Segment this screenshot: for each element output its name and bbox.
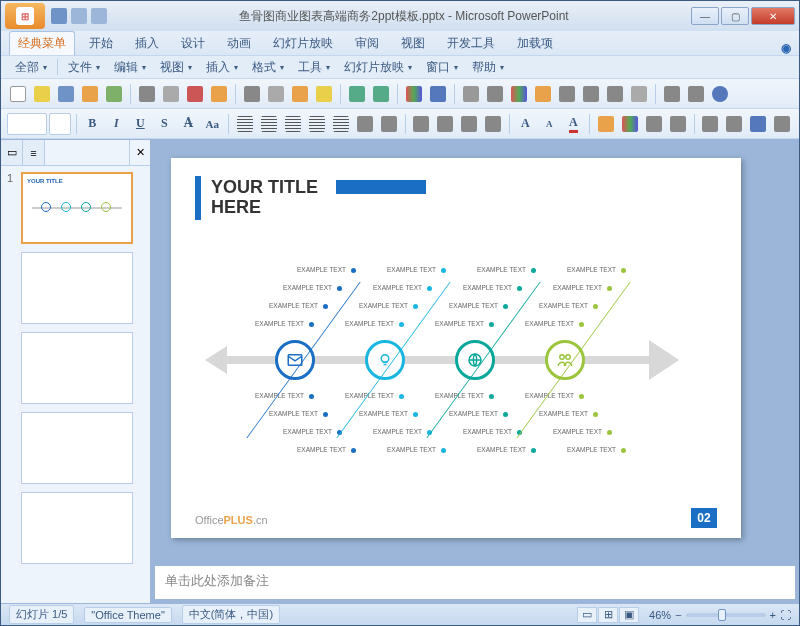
tv-button[interactable] [604, 83, 626, 105]
close-button[interactable]: ✕ [751, 7, 795, 25]
align-left-button[interactable] [234, 113, 256, 135]
tab-classic[interactable]: 经典菜单 [9, 31, 75, 55]
slideshow-view-button[interactable]: ▣ [619, 607, 639, 623]
help-button[interactable] [709, 83, 731, 105]
tab-review[interactable]: 审阅 [347, 32, 387, 55]
slide-stage[interactable]: YOUR TITLE HERE EXAMPLE TEXTEXAMPLE TEXT… [151, 140, 799, 565]
table-button[interactable] [460, 83, 482, 105]
outline-tab[interactable]: ≡ [23, 140, 45, 165]
shape-button[interactable] [595, 113, 617, 135]
slides-tab[interactable]: ▭ [1, 140, 23, 165]
align-justify-button[interactable] [306, 113, 328, 135]
redo-button[interactable] [370, 83, 392, 105]
panel-close[interactable]: ✕ [130, 140, 150, 165]
borders-button[interactable] [484, 83, 506, 105]
replace-button[interactable] [723, 113, 745, 135]
bullets-button[interactable] [434, 113, 456, 135]
distributed-button[interactable] [330, 113, 352, 135]
email-button[interactable] [103, 83, 125, 105]
menu-format[interactable]: 格式 [246, 57, 290, 78]
font-combo[interactable] [7, 113, 47, 135]
status-language[interactable]: 中文(简体，中国) [182, 605, 280, 624]
shadow-button[interactable]: S [153, 113, 175, 135]
select-button[interactable] [747, 113, 769, 135]
italic-button[interactable]: I [105, 113, 127, 135]
menu-tools[interactable]: 工具 [292, 57, 336, 78]
maximize-button[interactable]: ▢ [721, 7, 749, 25]
align-center-button[interactable] [258, 113, 280, 135]
chart2-button[interactable] [508, 83, 530, 105]
thumbnail-item[interactable] [7, 412, 144, 484]
undo-button[interactable] [346, 83, 368, 105]
numbering-button[interactable] [410, 113, 432, 135]
open-button[interactable] [31, 83, 53, 105]
grid-button[interactable] [628, 83, 650, 105]
strike-button[interactable]: A̶ [177, 113, 199, 135]
menu-slideshow[interactable]: 幻灯片放映 [338, 57, 418, 78]
help-icon[interactable]: ◉ [781, 41, 791, 55]
spell-button[interactable] [184, 83, 206, 105]
tab-insert[interactable]: 插入 [127, 32, 167, 55]
zoom-out-button[interactable]: − [675, 609, 681, 621]
tab-developer[interactable]: 开发工具 [439, 32, 503, 55]
quickstyle-button[interactable] [667, 113, 689, 135]
tab-animations[interactable]: 动画 [219, 32, 259, 55]
permission-button[interactable] [79, 83, 101, 105]
menu-edit[interactable]: 编辑 [108, 57, 152, 78]
menu-insert[interactable]: 插入 [200, 57, 244, 78]
layout-button[interactable] [556, 83, 578, 105]
underline-button[interactable]: U [129, 113, 151, 135]
notes-pane[interactable]: 单击此处添加备注 [155, 565, 795, 599]
tab-view[interactable]: 视图 [393, 32, 433, 55]
bold-button[interactable]: B [81, 113, 103, 135]
arrange-button[interactable] [643, 113, 665, 135]
zoom-slider[interactable] [686, 613, 766, 617]
changecase-button[interactable]: Aa [201, 113, 223, 135]
hyperlink-button[interactable] [427, 83, 449, 105]
textdir-button[interactable] [378, 113, 400, 135]
thumbnail-item[interactable] [7, 332, 144, 404]
slide-canvas[interactable]: YOUR TITLE HERE EXAMPLE TEXTEXAMPLE TEXT… [171, 158, 741, 538]
font-color-button[interactable]: A [562, 113, 584, 135]
qat-redo-icon[interactable] [91, 8, 107, 24]
show-button[interactable] [580, 83, 602, 105]
print-button[interactable] [136, 83, 158, 105]
misc-button[interactable] [771, 113, 793, 135]
research-button[interactable] [208, 83, 230, 105]
paste-button[interactable] [289, 83, 311, 105]
preview-button[interactable] [160, 83, 182, 105]
normal-view-button[interactable]: ▭ [577, 607, 597, 623]
indent-inc-button[interactable] [482, 113, 504, 135]
tab-slideshow[interactable]: 幻灯片放映 [265, 32, 341, 55]
zoom-button[interactable] [661, 83, 683, 105]
chart3-button[interactable] [619, 113, 641, 135]
save-button[interactable] [55, 83, 77, 105]
thumbnail-item[interactable] [7, 252, 144, 324]
shrink-font-button[interactable]: A [538, 113, 560, 135]
thumbnail-item[interactable] [7, 492, 144, 564]
indent-dec-button[interactable] [458, 113, 480, 135]
menu-window[interactable]: 窗口 [420, 57, 464, 78]
thumbnail-item[interactable]: 1 YOUR TITLE [7, 172, 144, 244]
tab-design[interactable]: 设计 [173, 32, 213, 55]
color-button[interactable] [685, 83, 707, 105]
chart-button[interactable] [403, 83, 425, 105]
menu-view[interactable]: 视图 [154, 57, 198, 78]
new-slide-button[interactable] [532, 83, 554, 105]
align-right-button[interactable] [282, 113, 304, 135]
qat-save-icon[interactable] [51, 8, 67, 24]
minimize-button[interactable]: — [691, 7, 719, 25]
cut-button[interactable] [241, 83, 263, 105]
qat-undo-icon[interactable] [71, 8, 87, 24]
office-button[interactable]: ⊞ [5, 3, 45, 29]
menu-all[interactable]: 全部 [9, 57, 53, 78]
fit-button[interactable]: ⛶ [780, 609, 791, 621]
copy-button[interactable] [265, 83, 287, 105]
find-button[interactable] [699, 113, 721, 135]
linespacing-button[interactable] [354, 113, 376, 135]
tab-addins[interactable]: 加载项 [509, 32, 561, 55]
tab-home[interactable]: 开始 [81, 32, 121, 55]
menu-help[interactable]: 帮助 [466, 57, 510, 78]
zoom-in-button[interactable]: + [770, 609, 776, 621]
menu-file[interactable]: 文件 [62, 57, 106, 78]
